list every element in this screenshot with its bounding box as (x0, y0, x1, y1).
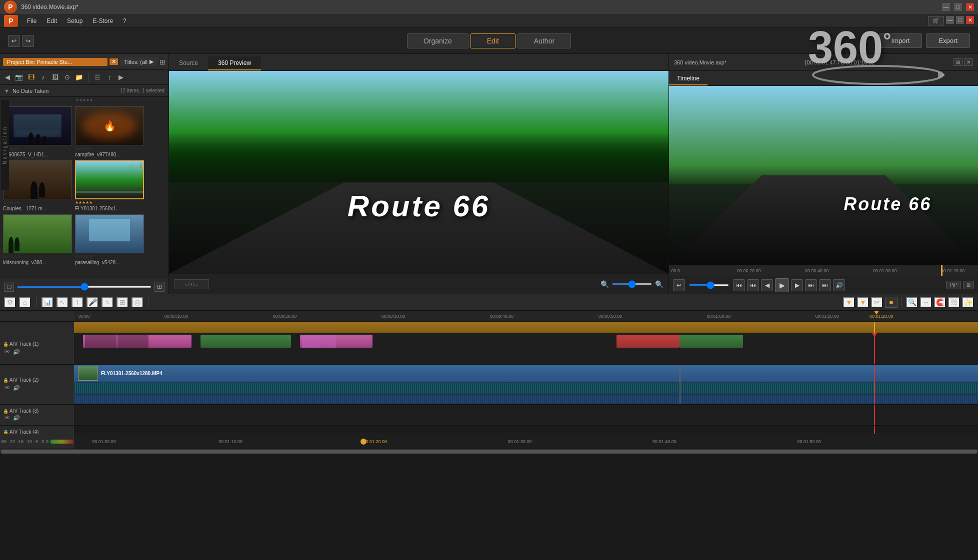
media-item-4[interactable]: ✓ ℹ ★★★★★ FLY01301-2560x1... (75, 160, 144, 211)
media-thumb-3[interactable] (3, 160, 72, 199)
tl-select-btn[interactable]: ↖ (56, 297, 68, 308)
tl-settings-btn[interactable]: ⚙ (4, 297, 16, 308)
edit-button[interactable]: Edit (470, 33, 516, 48)
360-preview-tab[interactable]: 360 Preview (208, 56, 261, 70)
undo-button[interactable]: ↩ (8, 35, 20, 47)
menu-file[interactable]: File (22, 16, 42, 25)
panel-expand-button[interactable]: ⊞ (160, 58, 166, 66)
track-content-1[interactable] (74, 333, 978, 364)
tl-record-btn[interactable]: ⏺ (885, 297, 898, 308)
track-eye-3[interactable]: 👁 (3, 414, 11, 422)
clip-1a[interactable] (83, 335, 192, 348)
export-button[interactable]: Export (926, 33, 970, 48)
big-clip-header[interactable]: FLY01301-2560x1280.MP4 (74, 365, 978, 382)
thumb-size-btn[interactable]: ▢ (4, 282, 14, 292)
tl-magnet-btn[interactable]: 🧲 (934, 297, 946, 308)
media-thumb-1[interactable] (3, 106, 72, 145)
rt-step-fwd[interactable]: ▶ (791, 279, 803, 291)
menu-estore[interactable]: E-Store (88, 16, 118, 25)
redo-button[interactable]: ↪ (22, 35, 34, 47)
tl-marker-out[interactable]: ▼ (857, 297, 869, 308)
media-item-5[interactable]: ☆☆☆☆☆ kidsrunning_v388... (3, 214, 72, 265)
rt-skip-end[interactable]: ⏭ (819, 279, 831, 291)
media-thumb-2[interactable]: 🔥 (75, 106, 144, 145)
rt-prev-frame[interactable]: ⏮ (747, 279, 759, 291)
max-btn[interactable]: □ (956, 16, 964, 24)
tl-marker-in[interactable]: ▼ (843, 297, 855, 308)
rt-skip-start[interactable]: ⏮ (733, 279, 745, 291)
organize-button[interactable]: Organize (407, 33, 468, 48)
media-item[interactable]: ☆☆☆☆☆ 91608675_V_HD1... (3, 106, 72, 157)
thumb-size-slider[interactable] (17, 286, 152, 288)
minimize-button[interactable]: — (942, 3, 950, 11)
source-tab[interactable]: Source (169, 56, 208, 70)
project-bin-label[interactable]: Project Bin: Pinnacle Stu... (3, 58, 108, 66)
track-spk-1[interactable]: 🔊 (12, 348, 20, 356)
rt-play-button[interactable]: ▶ (775, 278, 789, 292)
pip-button[interactable]: PiP (946, 281, 961, 289)
rt-mute-btn[interactable]: 🔊 (833, 279, 845, 291)
media-item-6[interactable]: ☆☆☆☆☆ parasailing_v5428... (75, 214, 144, 265)
next-btn[interactable]: ▶ (116, 72, 126, 82)
track-eye-1[interactable]: 👁 (3, 348, 11, 356)
project-bin-close[interactable]: ✕ (110, 58, 118, 65)
disc-icon[interactable]: ⊙ (62, 72, 72, 82)
media-thumb-5[interactable] (3, 214, 72, 253)
photo-icon[interactable]: 🖼 (50, 72, 60, 82)
min-btn[interactable]: — (946, 16, 954, 24)
folder-icon[interactable]: 📁 (74, 72, 84, 82)
track-content-2[interactable]: FLY01301-2560x1280.MP4 (74, 365, 978, 404)
menu-help[interactable]: ? (118, 16, 132, 25)
clip-1e[interactable] (680, 335, 743, 348)
scrollbar-thumb[interactable] (1, 450, 977, 454)
tl-razor-btn[interactable]: ✂ (871, 297, 883, 308)
tl-text-btn[interactable]: T (72, 297, 84, 308)
sort-icon[interactable]: ↕ (104, 72, 114, 82)
tl-zoom-out-btn[interactable]: 🔍 (906, 297, 918, 308)
expand-right-btn[interactable]: ⊞ (954, 58, 962, 66)
zoom-in-icon[interactable]: 🔍 (655, 280, 664, 288)
tl-circle-btn[interactable]: ◎ (132, 297, 144, 308)
close-button[interactable]: ✕ (966, 3, 974, 11)
tl-link-btn[interactable]: ⛓ (948, 297, 960, 308)
tl-snap-btn[interactable]: ⌂ (19, 297, 31, 308)
menu-setup[interactable]: Setup (62, 16, 88, 25)
prev-btn[interactable]: ◀ (3, 72, 12, 82)
film-icon[interactable]: 🎞 (26, 72, 36, 82)
tl-mic-btn[interactable]: 🎤 (86, 297, 98, 308)
zoom-out-icon[interactable]: 🔍 (600, 280, 609, 288)
media-item-2[interactable]: 🔥 ☆☆☆☆☆ campfire_v977480... (75, 106, 144, 157)
close-right-btn[interactable]: ✕ (964, 58, 973, 66)
track-spk-3[interactable]: 🔊 (12, 414, 20, 422)
maximize-button[interactable]: □ (954, 3, 962, 11)
tl-grid-btn[interactable]: ⊞ (116, 297, 128, 308)
rt-next-frame[interactable]: ⏭ (805, 279, 817, 291)
fullscreen-btn[interactable]: ⊞ (963, 281, 974, 289)
camera-icon[interactable]: 📷 (14, 72, 24, 82)
timeline-tab[interactable]: Timeline (669, 72, 708, 85)
rt-step-back[interactable]: ◀ (761, 279, 773, 291)
tl-trim2-btn[interactable]: ↔ (920, 297, 932, 308)
rt-scrub-slider[interactable] (689, 284, 729, 286)
tl-bar-chart-btn[interactable]: 📊 (42, 297, 54, 308)
timeline-scrollbar[interactable] (0, 449, 978, 454)
import-button[interactable]: Import (879, 33, 922, 48)
list-icon[interactable]: ☰ (92, 72, 102, 82)
group-arrow[interactable]: ▼ (4, 88, 10, 94)
grid-view-btn[interactable]: ⊞ (154, 282, 164, 292)
tl-effect-btn[interactable]: ✨ (962, 297, 974, 308)
track-eye-2[interactable]: 👁 (3, 384, 11, 392)
clip-1b[interactable] (200, 335, 291, 348)
media-item-3[interactable]: ☆☆☆☆☆ Couples - 1271.m... (3, 160, 72, 211)
author-button[interactable]: Author (518, 33, 571, 48)
titles-bar[interactable]: Titles: (all ▶ (120, 57, 158, 66)
media-thumb-6[interactable] (75, 214, 144, 253)
rt-rewind-btn[interactable]: ↩ (673, 279, 685, 291)
music-icon[interactable]: ♪ (38, 72, 48, 82)
track-content-4[interactable] (74, 426, 978, 434)
zoom-slider[interactable] (612, 283, 652, 285)
track-content-3[interactable] (74, 405, 978, 425)
cart-button[interactable]: 🛒 (928, 16, 944, 25)
preview-size-ctrl[interactable]: □ • □ (174, 279, 209, 289)
menu-edit[interactable]: Edit (42, 16, 62, 25)
